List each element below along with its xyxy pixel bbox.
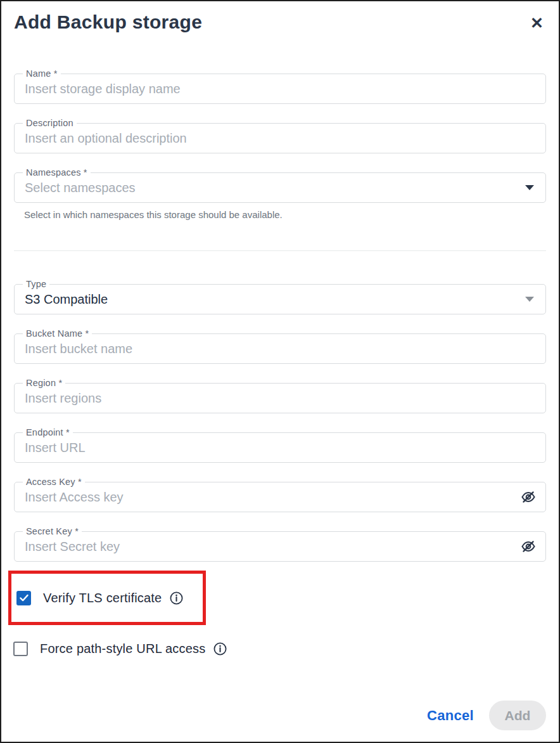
- type-field[interactable]: Type: [14, 284, 546, 314]
- secret-key-field-label: Secret Key *: [23, 526, 82, 536]
- endpoint-field: Endpoint *: [14, 432, 546, 463]
- dialog-footer: Cancel Add: [14, 701, 546, 730]
- eye-off-icon[interactable]: [519, 537, 538, 556]
- bucket-name-input[interactable]: [15, 342, 545, 356]
- verify-tls-row: Verify TLS certificate: [16, 591, 184, 605]
- region-field: Region *: [14, 383, 546, 413]
- access-key-input[interactable]: [15, 490, 519, 505]
- description-input[interactable]: [15, 131, 545, 146]
- verify-tls-checkbox[interactable]: [16, 591, 31, 605]
- region-field-label: Region *: [23, 378, 65, 388]
- force-path-style-row: Force path-style URL access: [13, 642, 546, 656]
- name-field-label: Name *: [23, 68, 61, 79]
- description-field: Description: [14, 123, 546, 153]
- force-path-style-label[interactable]: Force path-style URL access: [40, 642, 205, 656]
- chevron-down-icon[interactable]: [525, 297, 534, 302]
- access-key-field: Access Key *: [14, 482, 546, 512]
- secret-key-field: Secret Key *: [14, 531, 546, 562]
- type-field-label: Type: [23, 279, 49, 289]
- bucket-name-field: Bucket Name *: [14, 333, 546, 364]
- endpoint-input[interactable]: [15, 441, 545, 455]
- dialog-header: Add Backup storage ✕: [14, 11, 546, 33]
- bucket-name-field-label: Bucket Name *: [23, 328, 92, 339]
- close-icon[interactable]: ✕: [530, 15, 544, 31]
- description-field-label: Description: [23, 118, 77, 128]
- cancel-button[interactable]: Cancel: [427, 707, 474, 724]
- secret-key-input[interactable]: [15, 539, 519, 554]
- add-button[interactable]: Add: [489, 701, 546, 730]
- eye-off-icon[interactable]: [519, 488, 538, 507]
- force-path-style-checkbox[interactable]: [13, 642, 28, 656]
- type-select[interactable]: [15, 292, 525, 307]
- info-icon[interactable]: [169, 591, 184, 605]
- namespaces-helper-text: Select in which namespaces this storage …: [24, 209, 546, 220]
- access-key-field-label: Access Key *: [23, 477, 85, 487]
- section-divider: [14, 250, 546, 251]
- namespaces-select[interactable]: [15, 181, 525, 195]
- verify-tls-label[interactable]: Verify TLS certificate: [43, 591, 162, 605]
- chevron-down-icon[interactable]: [525, 185, 534, 190]
- namespaces-field-label: Namespaces *: [23, 167, 91, 178]
- namespaces-field[interactable]: Namespaces *: [14, 172, 546, 203]
- region-input[interactable]: [15, 391, 545, 406]
- info-icon[interactable]: [213, 642, 227, 656]
- checkmark-icon: [18, 592, 30, 604]
- endpoint-field-label: Endpoint *: [23, 427, 73, 437]
- dialog-title: Add Backup storage: [14, 11, 202, 33]
- name-input[interactable]: [15, 82, 545, 96]
- name-field: Name *: [14, 74, 546, 104]
- highlight-annotation: Verify TLS certificate: [8, 571, 206, 625]
